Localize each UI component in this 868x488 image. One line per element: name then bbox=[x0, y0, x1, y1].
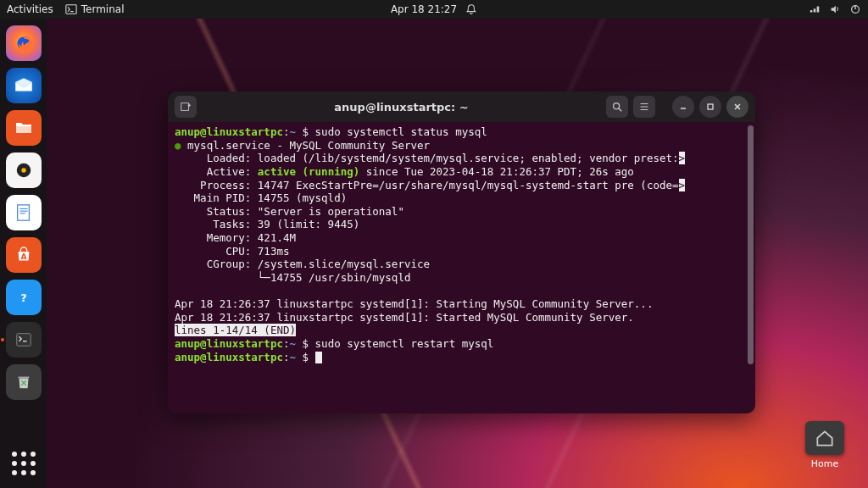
svg-point-7 bbox=[21, 168, 26, 173]
launcher-software[interactable]: A bbox=[6, 237, 42, 273]
top-bar: Activities Terminal Apr 18 21:27 bbox=[0, 0, 868, 19]
svg-rect-8 bbox=[17, 205, 29, 220]
svg-rect-15 bbox=[16, 334, 31, 347]
files-icon bbox=[14, 118, 34, 138]
line-active-label: Active: bbox=[175, 165, 258, 178]
trash-icon bbox=[14, 373, 33, 391]
system-status-area[interactable] bbox=[809, 3, 861, 15]
dock: A ? bbox=[0, 19, 47, 488]
home-folder-icon bbox=[805, 421, 844, 455]
volume-icon bbox=[829, 3, 841, 15]
show-applications-button[interactable] bbox=[6, 446, 42, 481]
activities-button[interactable]: Activities bbox=[7, 3, 53, 15]
status-dot-icon: ● bbox=[175, 139, 181, 152]
svg-rect-5 bbox=[16, 126, 31, 133]
line-cgroup: CGroup: /system.slice/mysql.service bbox=[175, 258, 430, 270]
thunderbird-icon bbox=[13, 75, 35, 97]
hamburger-menu-button[interactable] bbox=[633, 96, 655, 118]
prompt-host: linuxstartpc bbox=[207, 125, 283, 138]
power-icon bbox=[849, 3, 861, 15]
prompt-user: anup bbox=[175, 125, 200, 138]
network-icon bbox=[809, 3, 821, 15]
help-icon: ? bbox=[14, 288, 33, 307]
maximize-button[interactable] bbox=[699, 96, 721, 118]
line-memory: Memory: 421.4M bbox=[175, 231, 296, 244]
line-log1: Apr 18 21:26:37 linuxstartpc systemd[1]:… bbox=[175, 297, 653, 310]
desktop-home-label: Home bbox=[805, 458, 844, 469]
launcher-trash[interactable] bbox=[6, 364, 42, 400]
truncate-marker: > bbox=[679, 179, 686, 191]
svg-rect-27 bbox=[708, 104, 713, 109]
svg-rect-18 bbox=[181, 103, 189, 111]
svg-line-22 bbox=[619, 108, 622, 112]
launcher-terminal[interactable] bbox=[6, 322, 42, 358]
terminal-cmd-1: sudo systemctl status mysql bbox=[315, 125, 487, 138]
line-cgroup2: └─14755 /usr/sbin/mysqld bbox=[175, 271, 410, 284]
libreoffice-writer-icon bbox=[14, 203, 33, 222]
firefox-icon bbox=[13, 32, 35, 54]
minimize-icon bbox=[678, 102, 688, 112]
svg-rect-0 bbox=[66, 5, 76, 14]
rhythmbox-icon bbox=[14, 161, 33, 180]
new-tab-button[interactable] bbox=[175, 96, 197, 118]
launcher-files[interactable] bbox=[6, 110, 42, 146]
line-cpu: CPU: 713ms bbox=[175, 245, 289, 258]
search-button[interactable] bbox=[606, 96, 628, 118]
line-tasks: Tasks: 39 (limit: 9445) bbox=[175, 218, 359, 230]
terminal-title: anup@linuxstartpc: ~ bbox=[202, 101, 601, 114]
line-process: Process: 14747 ExecStartPre=/usr/share/m… bbox=[175, 179, 679, 191]
launcher-writer[interactable] bbox=[6, 195, 42, 230]
svg-rect-17 bbox=[18, 377, 29, 379]
hamburger-icon bbox=[638, 101, 650, 113]
new-tab-icon bbox=[180, 101, 192, 113]
launcher-help[interactable]: ? bbox=[6, 280, 42, 315]
terminal-cmd-2: sudo systemctl restart mysql bbox=[315, 337, 494, 350]
close-icon bbox=[732, 102, 743, 112]
line-mainpid: Main PID: 14755 (mysqld) bbox=[175, 191, 347, 204]
minimize-button[interactable] bbox=[672, 96, 694, 118]
terminal-launcher-icon bbox=[14, 330, 33, 349]
line-log2: Apr 18 21:26:37 linuxstartpc systemd[1]:… bbox=[175, 311, 634, 324]
terminal-cursor bbox=[315, 352, 322, 363]
svg-point-21 bbox=[614, 103, 620, 109]
terminal-body[interactable]: anup@linuxstartpc:~ $ sudo systemctl sta… bbox=[168, 122, 755, 413]
close-button[interactable] bbox=[726, 96, 748, 118]
terminal-scrollbar[interactable] bbox=[748, 125, 754, 364]
maximize-icon bbox=[705, 102, 715, 112]
launcher-thunderbird[interactable] bbox=[6, 68, 42, 103]
line-loaded: Loaded: loaded (/lib/systemd/system/mysq… bbox=[175, 152, 679, 164]
prompt-path: ~ bbox=[289, 125, 296, 138]
desktop-home-folder[interactable]: Home bbox=[805, 421, 844, 469]
launcher-rhythmbox[interactable] bbox=[6, 152, 42, 188]
terminal-icon bbox=[65, 3, 77, 15]
line-status: Status: "Server is operational" bbox=[175, 205, 404, 218]
svc-line: mysql.service - MySQL Community Server bbox=[181, 139, 431, 152]
notifications-icon[interactable] bbox=[465, 3, 477, 15]
terminal-titlebar[interactable]: anup@linuxstartpc: ~ bbox=[168, 92, 755, 122]
terminal-window: anup@linuxstartpc: ~ anup@linuxstartpc:~… bbox=[168, 92, 755, 413]
svg-text:A: A bbox=[20, 252, 27, 261]
launcher-firefox[interactable] bbox=[6, 25, 42, 61]
svg-text:?: ? bbox=[20, 291, 26, 304]
software-icon: A bbox=[14, 246, 33, 264]
clock[interactable]: Apr 18 21:27 bbox=[391, 3, 457, 15]
focused-app-indicator[interactable]: Terminal bbox=[65, 3, 125, 15]
truncate-marker: > bbox=[679, 152, 686, 164]
search-icon bbox=[611, 101, 623, 113]
pager-end: lines 1-14/14 (END) bbox=[175, 324, 296, 336]
line-active-rest: since Tue 2023-04-18 21:26:37 PDT; 26s a… bbox=[359, 165, 634, 178]
active-state: active (running) bbox=[258, 165, 359, 178]
focused-app-label: Terminal bbox=[81, 3, 125, 15]
